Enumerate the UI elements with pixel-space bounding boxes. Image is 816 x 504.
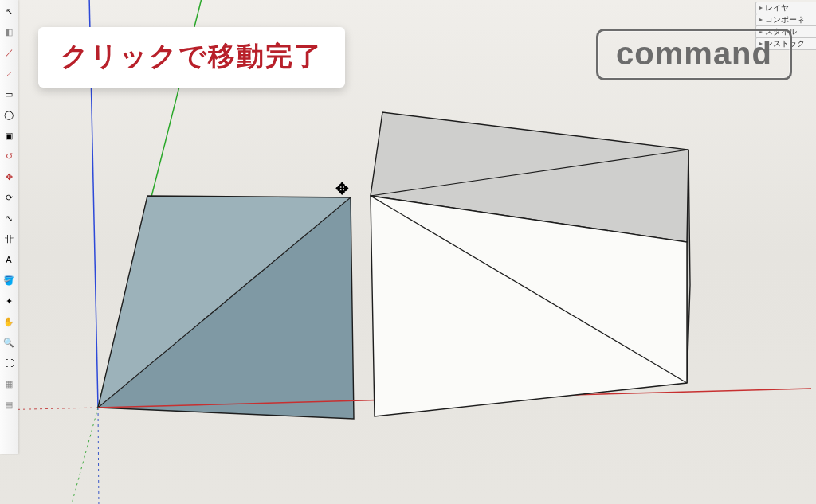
tool-zoom-ext[interactable]: ⛶ [2, 354, 16, 373]
tool-rotate[interactable]: ⟳ [2, 188, 16, 207]
tool-select[interactable]: ↖ [2, 2, 16, 21]
pan-icon: ✋ [3, 318, 14, 326]
chevron-right-icon: ▸ [759, 14, 763, 25]
eraser-icon: ◧ [5, 28, 13, 37]
modifier-key-label: command [616, 36, 772, 71]
tool-pushpull[interactable]: ▣ [2, 126, 16, 145]
tool-slot-19[interactable]: ▦ [2, 374, 16, 393]
zoom-extents-icon: ⛶ [5, 359, 14, 368]
tape-icon: 卝 [5, 235, 14, 244]
rectangle-icon: ▭ [5, 90, 13, 99]
axis-blue-neg [98, 408, 99, 504]
panel-tab-label: レイヤ [765, 2, 789, 14]
panel-tab-label: コンポーネ [765, 14, 805, 25]
panel-tab-components[interactable]: ▸コンポーネ [755, 14, 816, 26]
tutorial-caption-text: クリックで移動完了 [61, 41, 323, 71]
tool-line[interactable]: ／ [2, 43, 16, 62]
chevron-right-icon: ▸ [759, 2, 763, 14]
tool-move[interactable]: ✥ [2, 167, 16, 186]
pushpull-icon: ▣ [5, 131, 13, 140]
offset-icon: ↺ [6, 152, 13, 161]
tool-arc[interactable]: ⟋ [2, 64, 16, 83]
axis-green-neg [70, 408, 98, 504]
toolbar-left: ↖ ◧ ／ ⟋ ▭ ◯ ▣ ↺ ✥ ⟳ ⤡ 卝 A 🪣 ✦ ✋ 🔍 ⛶ ▦ ▤ [0, 0, 18, 454]
tool-pan[interactable]: ✋ [2, 312, 16, 331]
misc-icon: ▦ [5, 380, 13, 389]
tool-slot-20[interactable]: ▤ [2, 395, 16, 414]
text-icon: A [6, 256, 11, 264]
tool-offset[interactable]: ↺ [2, 147, 16, 166]
scale-icon: ⤡ [6, 214, 13, 223]
modifier-key-box: command [596, 29, 792, 80]
tool-eraser[interactable]: ◧ [2, 22, 16, 41]
viewport-3d[interactable]: ✥ ↖ ◧ ／ ⟋ ▭ ◯ ▣ ↺ ✥ ⟳ ⤡ 卝 A 🪣 ✦ ✋ 🔍 ⛶ ▦ … [0, 0, 816, 504]
move-icon: ✥ [6, 173, 13, 182]
arc-icon: ⟋ [5, 69, 14, 78]
orbit-icon: ✦ [6, 297, 13, 306]
cursor-icon: ↖ [6, 7, 13, 16]
paint-icon: 🪣 [3, 276, 14, 285]
panel-tab-layers[interactable]: ▸レイヤ [755, 2, 816, 14]
tool-paint[interactable]: 🪣 [2, 271, 16, 290]
tool-scale[interactable]: ⤡ [2, 209, 16, 228]
misc2-icon: ▤ [5, 400, 13, 409]
circle-icon: ◯ [4, 111, 14, 119]
tool-rectangle[interactable]: ▭ [2, 84, 16, 104]
tool-circle[interactable]: ◯ [2, 105, 16, 124]
tool-zoom[interactable]: 🔍 [2, 333, 16, 352]
pencil-icon: ／ [5, 49, 14, 57]
tool-tape[interactable]: 卝 [2, 229, 16, 248]
zoom-icon: 🔍 [3, 338, 14, 347]
rotate-icon: ⟳ [6, 193, 13, 202]
tutorial-caption-box: クリックで移動完了 [38, 27, 345, 88]
tool-orbit[interactable]: ✦ [2, 291, 16, 311]
tool-text[interactable]: A [2, 250, 16, 269]
